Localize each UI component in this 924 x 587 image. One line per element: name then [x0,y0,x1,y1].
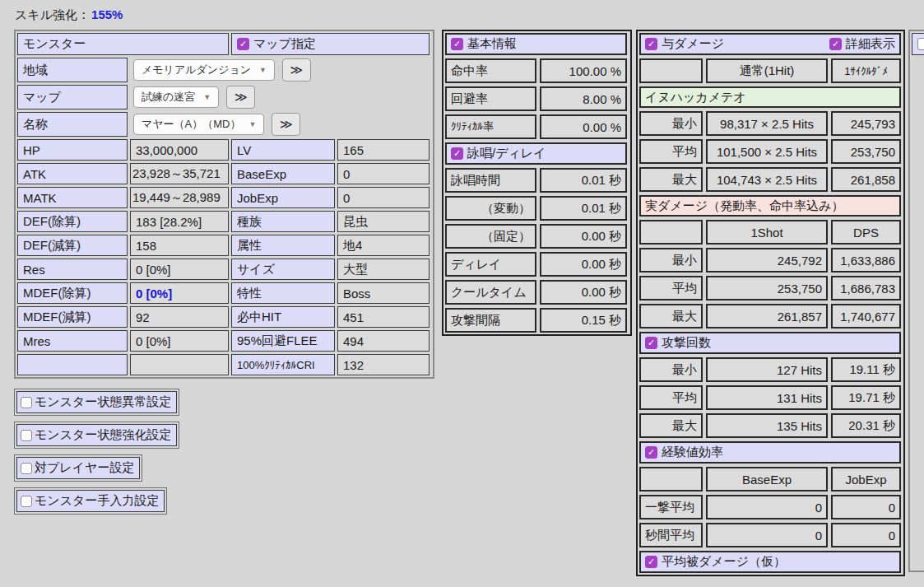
real-avg-label: 平均 [639,276,703,300]
stat-label-atk: ATK [17,163,128,184]
attack-avg-hits: 131 Hits [706,385,828,410]
region-select[interactable]: メモリアルダンジョン ▼ [133,59,275,81]
stat-label-def-div: DEF(除算) [17,211,128,232]
clipped-panel-body [912,58,924,569]
damage-corner-cell [639,58,703,83]
map-specify-toggle[interactable]: ✓ マップ指定 [231,33,429,55]
attack-min-hits: 127 Hits [706,357,828,382]
col-header-1shot: 1Shot [706,220,828,245]
region-more-button[interactable]: ≫ [282,58,311,82]
monster-manual-input-label: モンスター手入力設定 [35,493,159,509]
hit-rate-label: 命中率 [445,58,536,83]
check-icon: ✓ [648,557,655,566]
real-max-label: 最大 [639,304,703,328]
real-min-label: 最小 [639,248,703,273]
stat-label-def-sub: DEF(減算) [17,235,128,256]
stat-label-matk: MATK [17,187,128,208]
stat-value-atk: 23,928～35,721 [130,163,229,184]
vs-player-toggle[interactable]: 対プレイヤー設定 [14,454,142,482]
damage-min-label: 最小 [639,111,703,136]
stat-label-hp: HP [17,139,128,161]
monster-panel-title: モンスター [17,33,229,55]
damage-max-label: 最大 [639,167,703,192]
monster-panel: モンスター ✓ マップ指定 地域 メモリアルダンジョン ▼ ≫ マップ [14,30,434,379]
critical-rate-label: ｸﾘﾃｨｶﾙ率 [445,114,536,139]
name-select[interactable]: マヤー（A）（MD） ▼ [133,114,264,135]
damage-panel: ✓ 与ダメージ ✓ 詳細表示 通常(1Hit) 1ｻｲｸﾙﾀﾞﾒ イヌハッカメテ… [636,30,905,576]
stat-value-def-sub: 158 [130,235,229,256]
damage-avg-label: 平均 [639,139,703,164]
chevron-down-icon: ▼ [249,120,257,128]
chevron-down-icon: ▼ [259,66,267,74]
col-header-cycle: 1ｻｲｸﾙﾀﾞﾒ [831,58,901,83]
real-min-shot: 245,792 [706,248,828,273]
stat-label-element: 属性 [231,235,335,256]
basic-info-checkbox[interactable]: ✓ [451,38,463,50]
check-icon: ✓ [453,149,461,158]
monster-abnormal-status-checkbox[interactable] [21,397,32,408]
clipped-panel-checkbox[interactable] [917,38,924,50]
skill-enhance-status: スキル強化：155% [0,0,924,30]
real-corner-cell [639,220,703,245]
damage-max-cycle: 261,858 [831,167,901,192]
vs-player-checkbox[interactable] [21,463,32,474]
region-select-row: メモリアルダンジョン ▼ ≫ [130,58,429,82]
monster-abnormal-status-toggle[interactable]: モンスター状態異常設定 [14,389,179,416]
attack-avg-label: 平均 [639,385,703,410]
stat-label-mdef-sub: MDEF(減算) [17,306,128,328]
exp-per-sec-base: 0 [706,523,828,547]
exp-per-sec-job: 0 [831,523,901,547]
detail-display-checkbox[interactable]: ✓ [829,38,842,50]
cast-time-label: 詠唱時間 [445,168,536,193]
region-select-value: メモリアルダンジョン [142,63,251,77]
exp-efficiency-header[interactable]: ✓ 経験値効率 [639,441,901,464]
cast-delay-header[interactable]: ✓ 詠唱/ディレイ [445,142,627,165]
real-avg-dps: 1,686,783 [831,276,901,300]
exp-per-hit-label: 一撃平均 [639,495,703,519]
attack-count-checkbox[interactable]: ✓ [645,337,657,349]
name-more-button[interactable]: ≫ [272,113,300,136]
avg-damage-taken-header[interactable]: ✓ 平均被ダメージ（仮） [639,551,901,573]
monster-manual-input-toggle[interactable]: モンスター手入力設定 [14,487,167,515]
cast-fixed-label: （固定） [445,224,536,249]
stat-value-def-div: 183 [28.2%] [130,211,229,232]
attack-min-label: 最小 [639,357,703,382]
exp-per-sec-label: 秒間平均 [639,523,703,547]
vs-player-label: 対プレイヤー設定 [35,460,134,476]
cast-delay-checkbox[interactable]: ✓ [451,147,463,160]
detail-display-toggle[interactable]: ✓ 詳細表示 [829,36,895,52]
monster-manual-input-checkbox[interactable] [21,496,32,507]
real-max-shot: 261,857 [706,304,828,328]
damage-toggle[interactable]: ✓ 与ダメージ [645,36,724,52]
stat-value-cri: 132 [337,354,429,375]
damage-min-normal: 98,317 × 2.5 Hits [706,111,828,136]
attack-min-time: 19.11 秒 [831,357,901,382]
basic-info-header[interactable]: ✓ 基本情報 [445,33,627,55]
stat-label-size: サイズ [231,259,335,280]
map-more-button[interactable]: ≫ [226,86,255,109]
region-label: 地域 [17,58,128,82]
exp-efficiency-checkbox[interactable]: ✓ [645,446,657,459]
map-specify-checkbox[interactable]: ✓ [237,38,249,50]
avg-damage-taken-checkbox[interactable]: ✓ [645,556,657,568]
stat-label-baseexp: BaseExp [231,163,335,184]
main-layout: モンスター ✓ マップ指定 地域 メモリアルダンジョン ▼ ≫ マップ [0,30,924,576]
attack-count-header[interactable]: ✓ 攻撃回数 [639,332,901,354]
cooltime-label: クールタイム [445,280,536,305]
option-buttons: モンスター状態異常設定 モンスター状態強化設定 対プレイヤー設定 モンスター手入… [14,389,434,515]
monster-buff-checkbox[interactable] [21,430,32,441]
stat-label-hit: 必中HIT [231,306,335,328]
map-select[interactable]: 試練の迷宮 ▼ [133,86,219,108]
exp-per-hit-base: 0 [706,495,828,519]
skill-enhance-label: スキル強化： [15,7,90,21]
check-icon: ✓ [453,40,461,49]
monster-buff-toggle[interactable]: モンスター状態強化設定 [14,422,179,449]
stat-value-lv: 165 [337,139,429,161]
attack-avg-time: 19.71 秒 [831,385,901,410]
stat-value-element: 地4 [337,235,429,256]
chevron-down-icon: ▼ [203,93,211,101]
name-select-value: マヤー（A）（MD） [142,117,241,132]
clipped-panel-header[interactable] [912,33,924,55]
damage-checkbox[interactable]: ✓ [645,38,657,50]
real-max-dps: 1,740,677 [831,304,901,328]
